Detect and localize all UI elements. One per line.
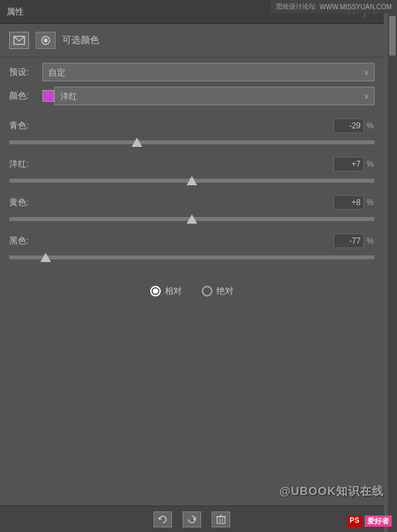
top-watermark: 思绘设计论坛 WWW.MISSYUAN.COM [271,0,397,13]
color-row: 颜色: 洋红 [9,87,375,105]
radio-absolute[interactable]: 绝对 [202,285,234,297]
slider-label-cyan: 青色: [9,120,29,132]
slider-value-black[interactable]: -77 [333,234,364,248]
slider-label-yellow: 黄色: [9,197,29,208]
preset-label: 预设: [9,66,37,78]
slider-thumb-magenta[interactable] [187,176,197,185]
slider-thumb-black[interactable] [40,253,51,262]
color-select[interactable]: 洋红 [54,87,375,105]
slider-value-magenta[interactable]: +7 [333,157,364,171]
slider-thumb-yellow[interactable] [187,214,197,224]
slider-track-black [9,255,375,259]
color-swatch [42,90,54,102]
watermark-url: WWW.MISSYUAN.COM [320,3,392,11]
color-select-wrapper[interactable]: 洋红 [42,87,375,105]
form-section: 预设: 自定 颜色: 洋红 [0,58,384,116]
reset-icon [157,514,168,525]
slider-header-cyan: 青色: -29 % [9,118,375,133]
slider-row-magenta: 洋红: +7 % [9,157,375,187]
preset-select-wrapper[interactable]: 自定 [42,63,375,81]
slider-header-yellow: 黄色: +8 % [9,195,375,210]
preset-select[interactable]: 自定 [42,63,375,81]
slider-value-group-cyan: -29 % [333,118,375,133]
radio-relative-circle [150,286,161,296]
apply-button[interactable] [183,511,201,527]
slider-track-cyan [9,140,375,144]
slider-row-yellow: 黄色: +8 % [9,195,375,226]
panel-title: 属性 [7,6,24,18]
radio-relative-label: 相对 [165,285,182,297]
slider-track-magenta [9,179,375,183]
slider-unit-cyan: % [367,121,375,130]
properties-panel: 属性 >> ≡ 可选颜色 预设: [0,0,384,532]
slider-unit-black: % [367,236,375,245]
slider-value-yellow[interactable]: +8 [333,195,364,210]
watermark-site: 思绘设计论坛 [276,2,316,11]
radio-relative[interactable]: 相对 [150,285,182,297]
layer-type-label: 可选颜色 [62,34,99,46]
svg-point-2 [44,38,48,42]
slider-track-container-black[interactable] [9,251,375,264]
svg-rect-3 [217,517,225,523]
slider-label-black: 黑色: [9,235,29,247]
slider-unit-yellow: % [367,198,375,207]
panel-icon-row: 可选颜色 [0,24,384,58]
color-label: 颜色: [9,90,37,102]
slider-header-black: 黑色: -77 % [9,234,375,248]
bottom-toolbar [0,506,384,532]
slider-value-group-magenta: +7 % [333,157,375,171]
slider-thumb-cyan[interactable] [132,138,142,147]
delete-icon [216,514,226,525]
radio-absolute-label: 绝对 [216,285,234,297]
reset-button[interactable] [154,511,172,527]
radio-absolute-circle [202,286,212,296]
circle-icon-btn[interactable] [36,32,56,49]
sliders-section: 青色: -29 % 洋红: +7 [0,116,384,275]
scrollbar[interactable] [388,0,397,532]
slider-track-container-magenta[interactable] [9,174,375,187]
spacer [0,304,384,506]
slider-row-cyan: 青色: -29 % [9,118,375,149]
radio-row: 相对 绝对 [0,275,384,304]
slider-header-magenta: 洋红: +7 % [9,157,375,171]
delete-button[interactable] [212,511,230,527]
preset-row: 预设: 自定 [9,63,375,81]
slider-value-group-black: -77 % [333,234,375,248]
slider-track-container-yellow[interactable] [9,212,375,226]
slider-track-container-cyan[interactable] [9,136,375,149]
envelope-icon [13,36,25,45]
circle-icon [40,35,51,46]
scrollbar-thumb[interactable] [389,16,396,56]
apply-icon [187,514,197,525]
slider-unit-magenta: % [367,159,375,169]
envelope-icon-btn[interactable] [9,32,29,49]
slider-row-black: 黑色: -77 % [9,234,375,264]
slider-value-cyan[interactable]: -29 [333,118,364,133]
slider-value-group-yellow: +8 % [333,195,375,210]
slider-label-magenta: 洋红: [9,158,29,170]
slider-track-yellow [9,217,375,221]
